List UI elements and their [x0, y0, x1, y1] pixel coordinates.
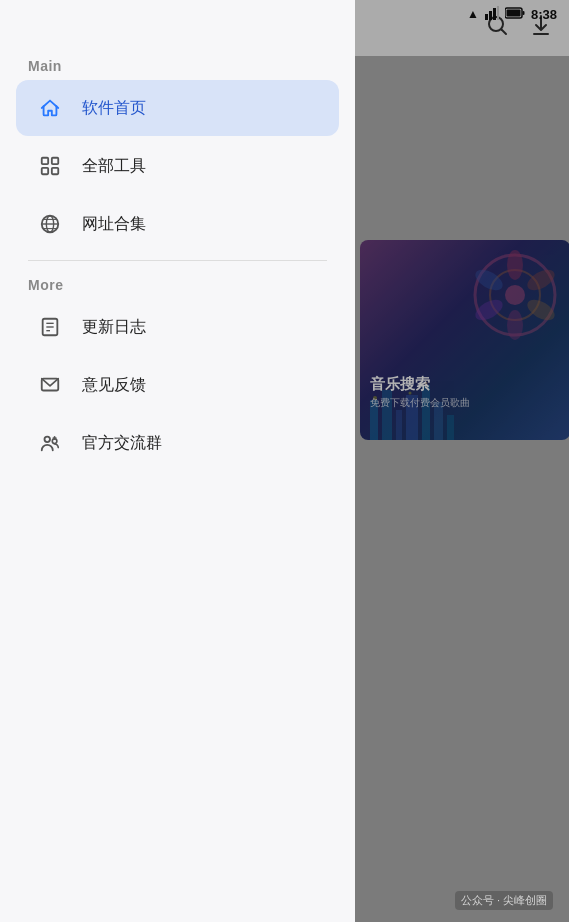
nav-item-tools[interactable]: 全部工具 — [16, 138, 339, 194]
more-section-label: More — [0, 269, 355, 297]
section-divider — [28, 260, 327, 261]
nav-item-community[interactable]: 官方交流群 — [16, 415, 339, 471]
home-icon — [36, 94, 64, 122]
nav-item-feedback[interactable]: 意见反馈 — [16, 357, 339, 413]
nav-label-home: 软件首页 — [82, 98, 146, 119]
nav-label-community: 官方交流群 — [82, 433, 162, 454]
feedback-icon — [36, 371, 64, 399]
nav-item-changelog[interactable]: 更新日志 — [16, 299, 339, 355]
globe-icon — [36, 210, 64, 238]
tools-icon — [36, 152, 64, 180]
nav-label-changelog: 更新日志 — [82, 317, 146, 338]
nav-label-websites: 网址合集 — [82, 214, 146, 235]
svg-rect-30 — [52, 158, 58, 164]
nav-label-tools: 全部工具 — [82, 156, 146, 177]
community-icon — [36, 429, 64, 457]
svg-rect-29 — [42, 158, 48, 164]
navigation-drawer: Main 软件首页 全部工具 — [0, 0, 355, 922]
svg-rect-32 — [52, 168, 58, 174]
main-section-label: Main — [0, 50, 355, 78]
watermark: 公众号 · 尖峰创圈 — [455, 891, 553, 910]
nav-item-home[interactable]: 软件首页 — [16, 80, 339, 136]
changelog-icon — [36, 313, 64, 341]
svg-rect-31 — [42, 168, 48, 174]
svg-point-43 — [45, 437, 51, 443]
nav-item-websites[interactable]: 网址合集 — [16, 196, 339, 252]
nav-label-feedback: 意见反馈 — [82, 375, 146, 396]
